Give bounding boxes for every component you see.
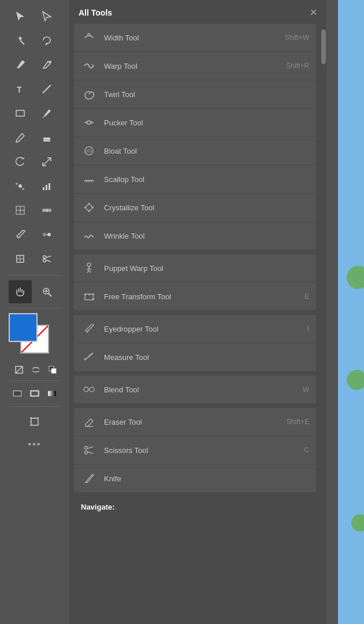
width-tool-item[interactable]: Width Tool Shift+W bbox=[74, 24, 316, 52]
gradient-mode-btn[interactable] bbox=[44, 385, 60, 402]
pen-btn[interactable] bbox=[9, 53, 32, 76]
fill-mode-btn[interactable] bbox=[9, 385, 25, 402]
measure-icon bbox=[81, 349, 97, 365]
puppet-warp-icon bbox=[81, 260, 97, 276]
artboard-btn[interactable] bbox=[23, 410, 46, 433]
color-mode-row bbox=[9, 362, 61, 378]
eyedropper-icon bbox=[81, 321, 97, 337]
bloat-tool-item[interactable]: Bloat Tool bbox=[74, 137, 316, 165]
default-colors-btn[interactable] bbox=[45, 362, 61, 378]
measure-tool-item[interactable]: Measure Tool bbox=[74, 343, 316, 371]
hand-tool-btn[interactable] bbox=[9, 280, 32, 303]
crystallize-tool-icon bbox=[81, 199, 97, 216]
line-btn[interactable] bbox=[35, 77, 58, 101]
magic-wand-btn[interactable] bbox=[9, 29, 32, 52]
pencil-btn[interactable] bbox=[9, 126, 32, 149]
svg-point-64 bbox=[90, 387, 94, 392]
measure-label: Measure Tool bbox=[104, 353, 309, 362]
crystallize-tool-label: Crystallize Tool bbox=[104, 203, 309, 212]
slice-btn[interactable] bbox=[9, 247, 32, 270]
scrollbar-thumb[interactable] bbox=[321, 29, 326, 64]
svg-point-50 bbox=[86, 205, 92, 210]
toolbar-grid: T bbox=[6, 2, 63, 273]
rect-btn[interactable] bbox=[9, 102, 32, 125]
free-transform-tool-item[interactable]: Free Transform Tool E bbox=[74, 283, 316, 310]
eyedropper-tool-item[interactable]: Eyedropper Tool I bbox=[74, 315, 316, 343]
eyedropper-shortcut: I bbox=[307, 325, 309, 333]
toolbar-divider-4 bbox=[9, 406, 61, 407]
svg-line-0 bbox=[20, 40, 24, 44]
all-tools-panel: All Tools ✕ Width Tool Shift+W bbox=[69, 0, 326, 624]
panel-close-btn[interactable]: ✕ bbox=[310, 7, 317, 18]
crystallize-tool-item[interactable]: Crystallize Tool bbox=[74, 194, 316, 222]
zoom-tool-btn[interactable] bbox=[35, 280, 58, 303]
mesh-btn[interactable] bbox=[9, 199, 32, 222]
svg-rect-39 bbox=[48, 391, 56, 396]
curvature-btn[interactable] bbox=[35, 53, 58, 76]
none-fill-btn[interactable] bbox=[11, 362, 27, 378]
warp-tool-item[interactable]: Warp Tool Shift+R bbox=[74, 52, 316, 80]
panel-scrollbar[interactable] bbox=[321, 24, 326, 624]
pucker-tool-icon bbox=[81, 114, 97, 131]
svg-line-62 bbox=[87, 330, 88, 332]
lasso-btn[interactable] bbox=[35, 29, 58, 52]
toolbar-divider-2 bbox=[9, 308, 61, 309]
twirl-tool-label: Twirl Tool bbox=[104, 90, 309, 99]
svg-point-48 bbox=[87, 121, 91, 124]
swap-colors-btn[interactable] bbox=[28, 362, 43, 378]
svg-point-47 bbox=[88, 34, 90, 36]
scale-btn[interactable] bbox=[35, 150, 58, 173]
svg-point-67 bbox=[85, 447, 88, 450]
scissors-tb-btn[interactable] bbox=[35, 247, 58, 270]
svg-line-27 bbox=[46, 256, 51, 258]
svg-line-30 bbox=[49, 294, 51, 296]
svg-rect-9 bbox=[43, 187, 44, 190]
eraser-btn[interactable] bbox=[35, 126, 58, 149]
scallop-tool-item[interactable]: Scallop Tool bbox=[74, 165, 316, 194]
toolbar: T bbox=[0, 0, 69, 624]
brush-btn[interactable] bbox=[35, 102, 58, 125]
direct-select-tool-btn[interactable] bbox=[35, 5, 58, 28]
more-tools-dots[interactable]: ••• bbox=[28, 439, 42, 450]
blend-tool-icon bbox=[81, 381, 97, 398]
column-graph-btn[interactable] bbox=[35, 174, 58, 198]
eraser-shortcut: Shift+E bbox=[287, 418, 309, 426]
scissors-tool-item[interactable]: Scissors Tool C bbox=[74, 436, 316, 465]
type-btn[interactable]: T bbox=[9, 77, 32, 101]
warp-tools-group: Width Tool Shift+W Warp Tool Shift+R bbox=[74, 24, 316, 250]
pucker-tool-item[interactable]: Pucker Tool bbox=[74, 109, 316, 137]
blend-label: Blend Tool bbox=[104, 385, 303, 394]
panel-title: All Tools bbox=[79, 8, 112, 17]
svg-rect-61 bbox=[92, 298, 94, 300]
twirl-tool-item[interactable]: Twirl Tool bbox=[74, 80, 316, 109]
hand-zoom-grid bbox=[6, 278, 63, 306]
eraser-label: Eraser Tool bbox=[104, 418, 287, 426]
foreground-color-box[interactable] bbox=[9, 313, 38, 342]
svg-point-68 bbox=[85, 451, 88, 454]
blend-tb-btn[interactable] bbox=[35, 223, 58, 246]
scissors-label: Scissors Tool bbox=[104, 446, 304, 455]
puppet-warp-tool-item[interactable]: Puppet Warp Tool bbox=[74, 254, 316, 283]
svg-rect-58 bbox=[84, 294, 86, 295]
toolbar-divider-1 bbox=[9, 275, 61, 276]
symbol-btn[interactable] bbox=[9, 174, 32, 198]
scallop-tool-label: Scallop Tool bbox=[104, 175, 309, 184]
eraser-tool-icon bbox=[81, 414, 97, 430]
stroke-mode-btn[interactable] bbox=[27, 385, 43, 402]
eyedropper-label: Eyedropper Tool bbox=[104, 325, 307, 333]
svg-rect-59 bbox=[88, 294, 90, 295]
gradient-btn[interactable] bbox=[35, 199, 58, 222]
rotate-btn[interactable] bbox=[9, 150, 32, 173]
select-tool-btn[interactable] bbox=[9, 5, 32, 28]
svg-rect-60 bbox=[92, 294, 94, 295]
svg-rect-10 bbox=[46, 185, 47, 190]
eraser-tool-item[interactable]: Eraser Tool Shift+E bbox=[74, 408, 316, 436]
eyedropper-tb-btn[interactable] bbox=[9, 223, 32, 246]
svg-line-69 bbox=[87, 447, 93, 449]
warp-tool-label: Warp Tool bbox=[104, 62, 286, 70]
svg-text:T: T bbox=[17, 85, 22, 94]
knife-tool-item[interactable]: Knife bbox=[74, 465, 316, 492]
toolbar-divider-3 bbox=[9, 380, 61, 381]
wrinkle-tool-item[interactable]: Wrinkle Tool bbox=[74, 222, 316, 250]
blend-tool-item[interactable]: Blend Tool W bbox=[74, 376, 316, 403]
